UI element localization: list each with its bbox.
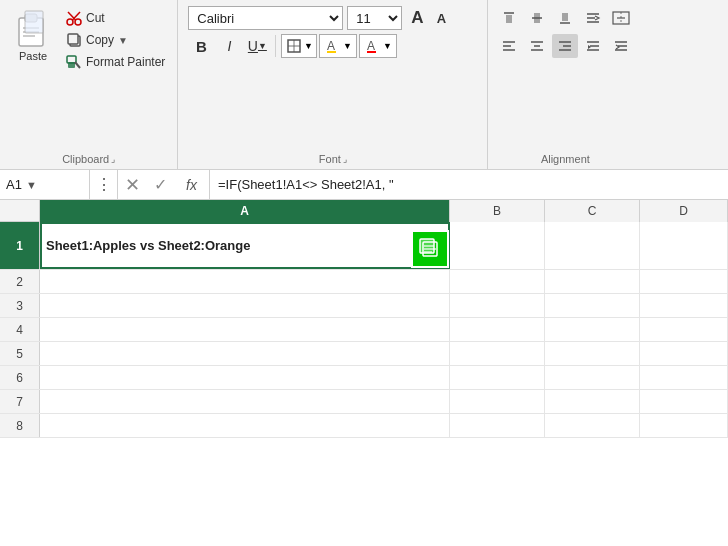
spreadsheet: A B C D 1 Sheet1:Apples vs Sheet2:Orange	[0, 200, 728, 438]
align-bottom-button[interactable]	[552, 6, 578, 30]
cell-ref-dropdown[interactable]: ▼	[26, 179, 37, 191]
cell-c1[interactable]	[545, 222, 640, 269]
svg-line-14	[75, 62, 80, 68]
col-header-c[interactable]: C	[545, 200, 640, 222]
shrink-font-button[interactable]: A	[430, 7, 452, 29]
increase-indent-button[interactable]	[608, 34, 634, 58]
cut-button[interactable]: Cut	[62, 8, 169, 28]
border-dropdown[interactable]: ▼	[304, 41, 313, 51]
fill-color-button[interactable]: A ▼	[319, 34, 357, 58]
cell-b4[interactable]	[450, 318, 545, 341]
underline-dropdown[interactable]: ▼	[258, 41, 267, 51]
cell-c5[interactable]	[545, 342, 640, 365]
cell-ref-box: A1 ▼	[0, 170, 90, 199]
cell-d5[interactable]	[640, 342, 728, 365]
font-color-icon: A	[365, 38, 381, 54]
cell-b5[interactable]	[450, 342, 545, 365]
italic-button[interactable]: I	[216, 34, 242, 58]
row-num-2: 2	[0, 270, 40, 293]
cell-c3[interactable]	[545, 294, 640, 317]
increase-indent-icon	[613, 38, 629, 54]
font-label-row: Font ⌟	[188, 153, 477, 167]
format-painter-button[interactable]: Format Painter	[62, 52, 169, 72]
paste-button[interactable]: Paste	[8, 6, 58, 66]
text-align-center-button[interactable]	[524, 34, 550, 58]
cell-b7[interactable]	[450, 390, 545, 413]
cell-a2[interactable]	[40, 270, 450, 293]
cell-d3[interactable]	[640, 294, 728, 317]
clipboard-title: Clipboard	[62, 153, 109, 165]
svg-text:A: A	[367, 39, 375, 53]
cell-d4[interactable]	[640, 318, 728, 341]
underline-button[interactable]: U ▼	[244, 34, 270, 58]
text-align-left-icon	[501, 38, 517, 54]
row-num-1: 1	[0, 222, 40, 269]
svg-rect-13	[67, 56, 76, 63]
cell-a1-value: Sheet1:Apples vs Sheet2:Orange	[46, 238, 250, 253]
text-align-left-button[interactable]	[496, 34, 522, 58]
decrease-indent-button[interactable]	[580, 34, 606, 58]
formula-fx-button[interactable]: fx	[174, 170, 210, 199]
cell-a5[interactable]	[40, 342, 450, 365]
copy-dropdown-arrow[interactable]: ▼	[118, 35, 128, 46]
cell-a6[interactable]	[40, 366, 450, 389]
align-bottom-icon	[557, 10, 573, 26]
grow-font-button[interactable]: A	[406, 7, 428, 29]
cell-d6[interactable]	[640, 366, 728, 389]
formula-cancel-button[interactable]: ✕	[118, 170, 146, 199]
font-section: Calibri 11 A A B I U ▼	[178, 0, 488, 169]
bold-button[interactable]: B	[188, 34, 214, 58]
text-align-right-button[interactable]	[552, 34, 578, 58]
col-header-d[interactable]: D	[640, 200, 728, 222]
row-num-7: 7	[0, 390, 40, 413]
fill-color-dropdown[interactable]: ▼	[343, 41, 352, 51]
paste-smart-tag[interactable]	[411, 230, 449, 268]
formula-text: =IF(Sheet1!A1<> Sheet2!A1, "	[218, 177, 394, 192]
alignment-section: Alignment	[488, 0, 642, 169]
cell-a3[interactable]	[40, 294, 450, 317]
merge-center-button[interactable]	[608, 6, 634, 30]
table-row: 2	[0, 270, 728, 294]
font-color-button[interactable]: A ▼	[359, 34, 397, 58]
format-painter-icon	[66, 54, 82, 70]
cell-a4[interactable]	[40, 318, 450, 341]
cell-b2[interactable]	[450, 270, 545, 293]
cell-d1[interactable]	[640, 222, 728, 269]
copy-button[interactable]: Copy ▼	[62, 30, 169, 50]
cell-b8[interactable]	[450, 414, 545, 437]
cell-b3[interactable]	[450, 294, 545, 317]
cell-c4[interactable]	[545, 318, 640, 341]
column-headers: A B C D	[0, 200, 728, 222]
font-size-select[interactable]: 11	[347, 6, 402, 30]
font-expand-icon[interactable]: ⌟	[343, 154, 347, 164]
cell-a8[interactable]	[40, 414, 450, 437]
merge-center-icon	[612, 10, 630, 26]
table-row: 4	[0, 318, 728, 342]
format-painter-label: Format Painter	[86, 55, 165, 69]
cell-b1[interactable]	[450, 222, 545, 269]
formula-dots[interactable]: ⋮	[90, 170, 118, 199]
cell-c2[interactable]	[545, 270, 640, 293]
col-header-b[interactable]: B	[450, 200, 545, 222]
cell-c7[interactable]	[545, 390, 640, 413]
col-header-a[interactable]: A	[40, 200, 450, 222]
cell-d7[interactable]	[640, 390, 728, 413]
clipboard-expand-icon[interactable]: ⌟	[111, 154, 115, 164]
wrap-text-button[interactable]	[580, 6, 606, 30]
cell-a1[interactable]: Sheet1:Apples vs Sheet2:Orange	[40, 222, 450, 269]
paste-smart-icon	[419, 238, 441, 260]
font-color-dropdown[interactable]: ▼	[383, 41, 392, 51]
cell-c6[interactable]	[545, 366, 640, 389]
border-button[interactable]: ▼	[281, 34, 317, 58]
font-name-select[interactable]: Calibri	[188, 6, 343, 30]
align-middle-button[interactable]	[524, 6, 550, 30]
fill-color-icon: A	[325, 38, 341, 54]
cell-c8[interactable]	[545, 414, 640, 437]
row-num-6: 6	[0, 366, 40, 389]
cell-d8[interactable]	[640, 414, 728, 437]
align-top-button[interactable]	[496, 6, 522, 30]
cell-d2[interactable]	[640, 270, 728, 293]
cell-b6[interactable]	[450, 366, 545, 389]
cell-a7[interactable]	[40, 390, 450, 413]
formula-confirm-button[interactable]: ✓	[146, 170, 174, 199]
